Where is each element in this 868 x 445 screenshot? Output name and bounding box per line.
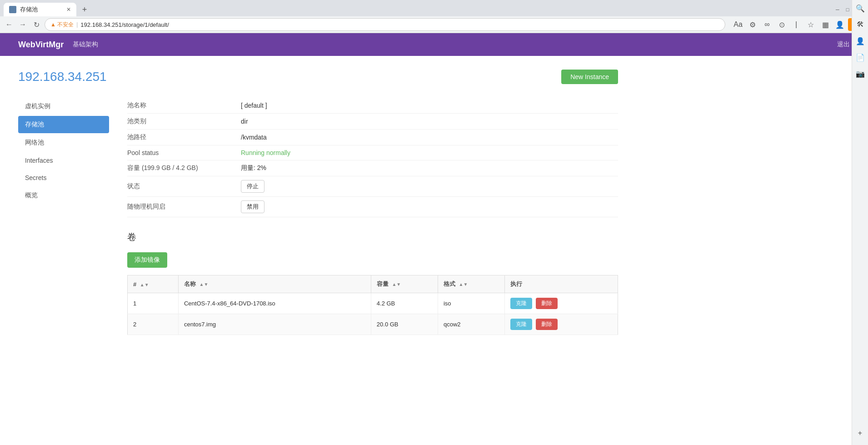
add-mirror-button[interactable]: 添加镜像 (127, 252, 167, 268)
page-title: 192.168.34.251 (18, 70, 107, 84)
content-area: 池名称 [ default ] 池类别 dir 池路径 /kvmdata Poo… (109, 98, 618, 335)
sort-icon-num[interactable]: ▲▼ (140, 282, 149, 287)
sidebar-user-icon[interactable]: 👤 (852, 33, 868, 49)
cell-actions: 克隆 删除 (505, 293, 618, 314)
pool-capacity-label: 容量 (199.9 GB / 4.2 GB) (127, 164, 241, 172)
col-format: 格式 ▲▼ (438, 275, 504, 293)
table-row: 2 centos7.img 20.0 GB qcow2 克隆 删除 (128, 314, 618, 335)
wallet-icon[interactable]: ▦ (819, 18, 832, 31)
reload-button[interactable]: ↻ (31, 19, 42, 30)
pool-path-value: /kvmdata (241, 134, 267, 141)
tab-favicon (9, 6, 16, 13)
col-capacity: 容量 ▲▼ (371, 275, 438, 293)
nav-item-vms[interactable]: 虚机实例 (18, 98, 109, 115)
cell-format: qcow2 (438, 314, 504, 335)
pool-autostart-label: 随物理机同启 (127, 203, 241, 211)
pool-type-value: dir (241, 118, 248, 125)
pool-status-label: Pool status (127, 149, 241, 156)
reader-mode-icon[interactable]: Aa (732, 18, 744, 31)
nav-item-interfaces[interactable]: Interfaces (18, 152, 109, 169)
header-nav-link[interactable]: 基础架构 (73, 40, 98, 49)
pool-stop-button[interactable]: 停止 (241, 180, 264, 193)
minimize-button[interactable]: ─ (834, 6, 841, 13)
sidebar-search-icon[interactable]: 🔍 (852, 0, 868, 16)
cell-actions: 克隆 删除 (505, 314, 618, 335)
pool-state-row: 状态 停止 (127, 176, 618, 197)
table-row: 1 CentOS-7.4-x86_64-DVD-1708.iso 4.2 GB … (128, 293, 618, 314)
sort-icon-name[interactable]: ▲▼ (200, 282, 209, 287)
sort-icon-capacity[interactable]: ▲▼ (392, 282, 401, 287)
delete-button[interactable]: 删除 (536, 298, 558, 309)
cell-format: iso (438, 293, 504, 314)
pool-capacity-row: 容量 (199.9 GB / 4.2 GB) 用量: 2% (127, 160, 618, 176)
cell-capacity: 4.2 GB (371, 293, 438, 314)
pool-name-value: [ default ] (241, 102, 267, 109)
infinity-icon[interactable]: ∞ (761, 18, 773, 31)
pool-autostart-row: 随物理机同启 禁用 (127, 197, 618, 217)
cell-capacity: 20.0 GB (371, 314, 438, 335)
col-name: 名称 ▲▼ (178, 275, 371, 293)
pool-info-table: 池名称 [ default ] 池类别 dir 池路径 /kvmdata Poo… (127, 98, 618, 217)
new-tab-button[interactable]: + (78, 3, 91, 16)
forward-button[interactable]: → (17, 19, 28, 30)
table-header-row: # ▲▼ 名称 ▲▼ 容量 ▲▼ 格式 ▲▼ (128, 275, 618, 293)
nav-item-network[interactable]: 网络池 (18, 134, 109, 151)
logout-link[interactable]: 退出 (837, 40, 850, 49)
nav-item-overview[interactable]: 概览 (18, 187, 109, 204)
pool-path-row: 池路径 /kvmdata (127, 130, 618, 145)
security-warning-icon: ▲ 不安全 (50, 21, 74, 29)
back-button[interactable]: ← (4, 19, 15, 30)
page-header: 192.168.34.251 New Instance (18, 70, 618, 84)
app-header: WebVirtMgr 基础架构 退出 (0, 33, 868, 56)
profile-icon[interactable]: 👤 (833, 18, 846, 31)
pool-disable-button[interactable]: 禁用 (241, 200, 264, 213)
tab-title: 存储池 (20, 5, 38, 14)
browser-right-sidebar: 🔍 🛠 👤 📄 📷 + (852, 0, 868, 349)
new-instance-button[interactable]: New Instance (561, 70, 618, 84)
sidebar-tools-icon[interactable]: 🛠 (852, 16, 868, 33)
nav-item-secrets[interactable]: Secrets (18, 170, 109, 186)
cell-num: 1 (128, 293, 179, 314)
pool-type-row: 池类别 dir (127, 114, 618, 130)
col-action: 执行 (505, 275, 618, 293)
nav-item-storage[interactable]: 存储池 (18, 116, 109, 133)
sidebar-camera-icon[interactable]: 📷 (852, 65, 868, 82)
clone-button[interactable]: 克隆 (510, 319, 532, 330)
restore-button[interactable]: □ (844, 6, 851, 13)
browser-tab[interactable]: 存储池 ✕ (4, 3, 76, 16)
cell-name: CentOS-7.4-x86_64-DVD-1708.iso (178, 293, 371, 314)
left-navigation: 虚机实例 存储池 网络池 Interfaces Secrets 概览 (18, 98, 109, 335)
pool-name-row: 池名称 [ default ] (127, 98, 618, 114)
extensions-icon[interactable]: ⚙ (746, 18, 759, 31)
app-brand: WebVirtMgr (18, 40, 64, 50)
bookmark-icon[interactable]: ☆ (804, 18, 817, 31)
clone-button[interactable]: 克隆 (510, 298, 532, 309)
volumes-table: # ▲▼ 名称 ▲▼ 容量 ▲▼ 格式 ▲▼ (127, 275, 618, 335)
timer-icon[interactable]: ⊙ (775, 18, 788, 31)
pool-path-label: 池路径 (127, 133, 241, 141)
address-bar[interactable]: ▲ 不安全 | 192.168.34.251/storage/1/default… (45, 18, 725, 31)
pool-status-row: Pool status Running normally (127, 145, 618, 160)
pool-name-label: 池名称 (127, 101, 241, 110)
cell-name: centos7.img (178, 314, 371, 335)
sidebar-page-icon[interactable]: 📄 (852, 49, 868, 65)
delete-button[interactable]: 删除 (536, 319, 558, 330)
volumes-section-title: 卷 (127, 231, 618, 243)
cell-num: 2 (128, 314, 179, 335)
pool-state-label: 状态 (127, 182, 241, 190)
tab-close-icon[interactable]: ✕ (66, 6, 71, 13)
sort-icon-format[interactable]: ▲▼ (459, 282, 468, 287)
address-url: 192.168.34.251/storage/1/default/ (80, 21, 169, 28)
pool-capacity-value: 用量: 2% (241, 164, 266, 172)
col-num: # ▲▼ (128, 275, 179, 293)
separator-icon: | (790, 18, 803, 31)
pool-type-label: 池类别 (127, 117, 241, 125)
pool-status-value: Running normally (241, 149, 290, 156)
